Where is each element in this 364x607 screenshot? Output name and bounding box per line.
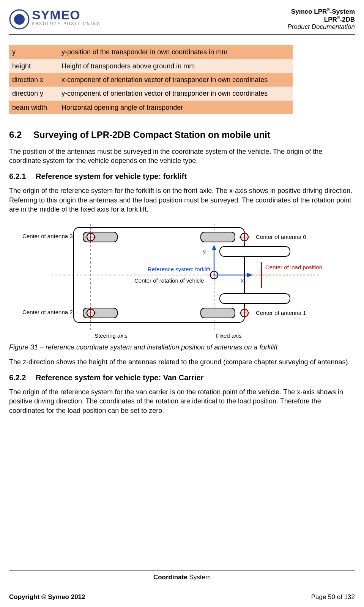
brand-tagline: ABSOLUTE POSITIONING <box>32 22 101 26</box>
param-key: height <box>9 59 58 73</box>
param-desc: x-component of orientation vector of tra… <box>58 73 293 87</box>
brand-logo: SYMEO ABSOLUTE POSITIONING <box>9 9 101 30</box>
param-desc: Horizontal opening angle of transponder <box>58 101 293 114</box>
section-6-2-intro: The position of the antennas must be sur… <box>9 147 355 166</box>
page-header: SYMEO ABSOLUTE POSITIONING Symeo LPR®-Sy… <box>9 8 355 35</box>
doc-title-line3: Product Documentation <box>287 23 355 31</box>
svg-rect-11 <box>220 294 290 304</box>
figure-31-caption: Figure 31 – reference coordinate system … <box>9 343 355 352</box>
param-desc: y-position of the transponder in own coo… <box>58 45 293 59</box>
antenna-1-label: Center of antenna 1 <box>256 310 306 316</box>
param-key: direction y <box>9 87 58 100</box>
footer-section-label: Coordinate System <box>9 574 355 581</box>
symeo-logo-icon <box>9 9 30 30</box>
svg-rect-8 <box>201 232 235 242</box>
forklift-diagram: y x Reference system forklift Center of … <box>9 224 336 341</box>
svg-marker-30 <box>247 273 253 277</box>
load-position-label: Center of load position <box>265 264 322 270</box>
rotation-center-label: Center of rotation of vehicle <box>134 277 204 284</box>
param-desc: y-component of orientation vector of tra… <box>58 87 293 100</box>
param-key: y <box>9 45 58 59</box>
antenna-3-label: Center of antenna 3 <box>22 233 73 239</box>
doc-title-line1: Symeo LPR®-System <box>287 8 355 16</box>
figure-31: y x Reference system forklift Center of … <box>9 224 355 341</box>
section-6-2-2-text: The origin of the reference system for t… <box>9 387 355 415</box>
page-footer: Coordinate System Copyright © Symeo 2012… <box>9 571 355 601</box>
section-6-2-1-text: The origin of the reference system for t… <box>9 186 355 214</box>
svg-rect-10 <box>220 247 290 256</box>
page-number: Page 50 of 132 <box>311 593 355 601</box>
heading-6-2-1: 6.2.1Reference system for vehicle type: … <box>9 172 355 181</box>
doc-title-block: Symeo LPR®-System LPR®-2DB Product Docum… <box>287 8 355 31</box>
heading-6-2: 6.2Surveying of LPR-2DB Compact Station … <box>9 130 355 140</box>
param-desc: Height of transponders above ground in m… <box>58 59 293 73</box>
table-row: heightHeight of transponders above groun… <box>9 59 293 73</box>
heading-6-2-2: 6.2.2Reference system for vehicle type: … <box>9 373 355 382</box>
after-figure-text: The z-direction shows the height of the … <box>9 357 355 367</box>
fixed-axis-label: Fixed axis <box>216 332 242 339</box>
axis-x-label: x <box>241 277 244 284</box>
table-row: direction yy-component of orientation ve… <box>9 87 293 100</box>
doc-title-line2: LPR®-2DB <box>287 16 355 24</box>
axis-y-label: y <box>203 248 206 254</box>
svg-rect-9 <box>201 308 235 318</box>
page: SYMEO ABSOLUTE POSITIONING Symeo LPR®-Sy… <box>0 0 364 607</box>
brand-name: SYMEO <box>32 9 101 21</box>
param-key: direction x <box>9 73 58 87</box>
table-row: beam widthHorizontal opening angle of tr… <box>9 101 293 114</box>
svg-point-1 <box>14 14 25 25</box>
antenna-2-label: Center of antenna 2 <box>22 309 73 315</box>
definition-table: yy-position of the transponder in own co… <box>9 45 293 114</box>
ref-system-label: Reference system forklift <box>148 266 211 272</box>
param-key: beam width <box>9 101 58 114</box>
table-row: yy-position of the transponder in own co… <box>9 45 293 59</box>
antenna-0-label: Center of antenna 0 <box>256 234 306 240</box>
steering-axis-label: Steering axis <box>95 332 128 339</box>
table-row: direction xx-component of orientation ve… <box>9 73 293 87</box>
copyright: Copyright © Symeo 2012 <box>9 593 85 601</box>
